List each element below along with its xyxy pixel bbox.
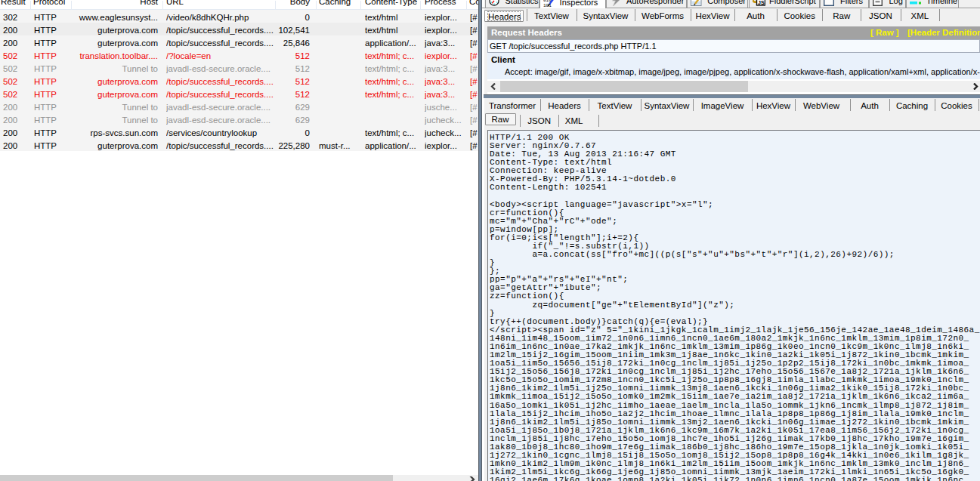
svg-text:JS: JS <box>758 0 765 5</box>
